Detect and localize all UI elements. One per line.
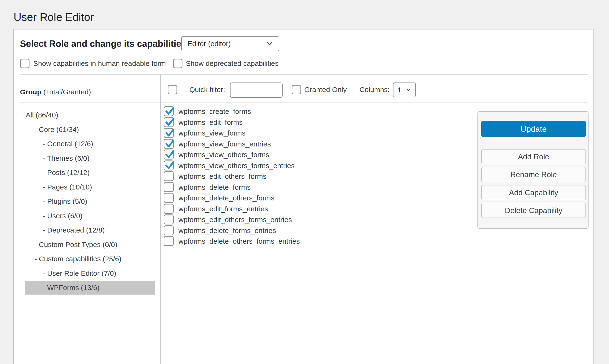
page: User Role Editor Select Role and change … (0, 0, 609, 364)
capability-label: wpforms_view_others_forms (178, 150, 269, 160)
human-readable-label: Show capabilities in human readable form (33, 59, 166, 68)
role-select-value: Editor (editor) (187, 40, 231, 48)
chevron-down-icon (266, 40, 273, 47)
quick-filter-input[interactable] (230, 82, 283, 98)
page-title: User Role Editor (13, 11, 94, 24)
capability-checkbox[interactable] (164, 128, 174, 138)
capability-label: wpforms_delete_forms (178, 182, 251, 193)
capability-checkbox[interactable] (164, 182, 174, 192)
capability-label: wpforms_view_forms (178, 128, 246, 138)
capability-checkbox[interactable] (164, 171, 174, 181)
quick-filter-checkbox[interactable] (168, 85, 177, 94)
capability-label: wpforms_create_forms (178, 106, 251, 117)
group-tree-item[interactable]: All (86/40) (25, 108, 155, 122)
group-tree-item[interactable]: - Posts (12/12) (25, 166, 155, 180)
chevron-down-icon (405, 87, 411, 93)
capability-checkbox[interactable] (164, 160, 174, 170)
capability-label: wpforms_edit_forms_entries (178, 204, 268, 214)
capability-checkbox[interactable] (164, 117, 174, 127)
columns-select[interactable]: 1 (393, 82, 416, 97)
action-button[interactable]: Rename Role (481, 167, 586, 182)
group-tree-item[interactable]: - Custom Post Types (0/0) (25, 238, 155, 252)
group-tree-item[interactable]: - WPForms (13/6) (25, 281, 155, 295)
capability-checkbox[interactable] (164, 106, 174, 116)
divider (20, 74, 588, 75)
group-tree-item[interactable]: - Custom capabilities (25/6) (25, 252, 155, 266)
granted-only-checkbox[interactable] (292, 85, 301, 94)
group-tree-item[interactable]: - Deprecated (12/8) (25, 223, 155, 237)
capability-checkbox[interactable] (164, 225, 174, 235)
group-tree-item[interactable]: - Core (61/34) (25, 123, 155, 136)
actions-panel: Update Add RoleRename RoleAdd Capability… (477, 111, 589, 229)
capability-checkbox[interactable] (164, 236, 174, 246)
group-tree-item[interactable]: - Plugins (5/0) (25, 195, 155, 208)
capability-label: wpforms_delete_others_forms (178, 193, 275, 203)
capability-label: wpforms_edit_forms (178, 117, 243, 128)
divider (20, 102, 588, 103)
update-button[interactable]: Update (481, 121, 586, 137)
capability-checkbox[interactable] (164, 193, 174, 203)
capability-label: wpforms_view_others_forms_entries (178, 160, 295, 171)
capability-checkbox[interactable] (164, 150, 174, 159)
group-tree-item[interactable]: - Users (6/0) (25, 209, 155, 223)
granted-only-label: Granted Only (304, 85, 347, 94)
capability-label: wpforms_delete_forms_entries (178, 225, 276, 236)
group-column-header: Group (Total/Granted) (20, 87, 91, 97)
checkmark-icon (164, 149, 175, 160)
show-deprecated-label: Show deprecated capabilities (186, 59, 278, 68)
group-tree-item[interactable]: - User Role Editor (7/0) (25, 267, 155, 280)
quick-filter-label: Quick filter: (189, 85, 225, 94)
capability-label: wpforms_view_forms_entries (178, 139, 271, 149)
column-divider (160, 74, 161, 364)
group-tree-item[interactable]: - Themes (6/0) (25, 151, 155, 165)
capability-checkbox[interactable] (164, 214, 174, 224)
action-button[interactable]: Add Role (481, 149, 586, 164)
divider (481, 143, 586, 144)
action-button[interactable]: Add Capability (481, 185, 586, 200)
role-select[interactable]: Editor (editor) (181, 36, 279, 51)
main-panel: Select Role and change its capabilities:… (13, 29, 594, 364)
checkmark-icon (164, 127, 175, 138)
group-tree-item[interactable]: - Pages (10/10) (25, 180, 155, 194)
capability-checkbox[interactable] (164, 139, 174, 149)
checkmark-icon (164, 138, 175, 149)
show-deprecated-checkbox[interactable] (173, 59, 183, 68)
checkmark-icon (164, 105, 175, 117)
select-role-label: Select Role and change its capabilities: (20, 36, 189, 51)
capability-checkbox[interactable] (164, 204, 174, 214)
capability-label: wpforms_delete_others_forms_entries (178, 236, 300, 247)
capability-label: wpforms_edit_others_forms (178, 171, 266, 182)
group-tree-item[interactable]: - General (12/6) (25, 137, 155, 151)
columns-select-value: 1 (397, 86, 401, 94)
capability-label: wpforms_edit_others_forms_entries (178, 214, 292, 225)
columns-label: Columns: (359, 85, 390, 94)
human-readable-checkbox[interactable] (20, 59, 29, 68)
checkmark-icon (164, 117, 175, 128)
checkmark-icon (164, 160, 175, 171)
action-button[interactable]: Delete Capability (481, 203, 586, 218)
